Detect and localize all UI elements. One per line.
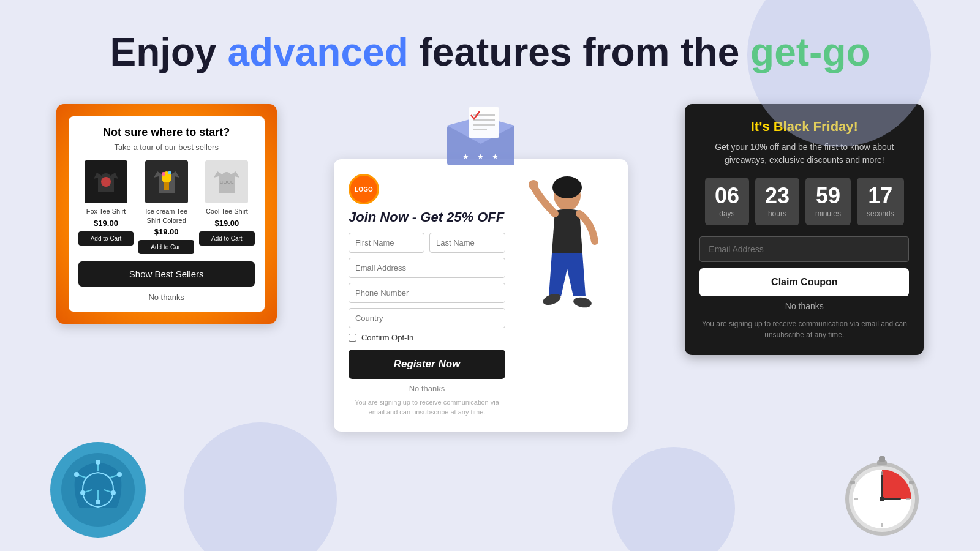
last-name-input[interactable] — [429, 233, 505, 253]
add-to-cart-btn-1[interactable]: Add to Cart — [78, 231, 134, 246]
product-price-2: $19.00 — [138, 227, 194, 236]
product-name-1: Fox Tee Shirt — [78, 207, 134, 216]
reg-title: Join Now - Get 25% OFF — [349, 209, 505, 225]
first-name-input[interactable] — [349, 233, 424, 253]
bf-disclaimer: You are signing up to receive communicat… — [699, 318, 909, 340]
product-card-subtitle: Take a tour of our best sellers — [78, 143, 255, 152]
countdown-hours-num: 23 — [765, 185, 790, 207]
svg-text:★: ★ — [462, 152, 469, 161]
register-now-button[interactable]: Register Now — [349, 350, 505, 379]
countdown-days-label: days — [715, 209, 739, 218]
svg-point-20 — [552, 176, 582, 198]
svg-text:COOL: COOL — [220, 179, 234, 185]
jumping-lady-illustration — [515, 174, 613, 417]
svg-rect-47 — [909, 481, 914, 484]
bf-email-input[interactable] — [699, 236, 909, 262]
show-best-sellers-button[interactable]: Show Best Sellers — [78, 261, 255, 287]
stopwatch-icon — [833, 441, 931, 539]
product-item-2: Ice cream Tee Shirt Colored $19.00 Add t… — [138, 160, 194, 254]
countdown-days: 06 days — [705, 178, 749, 225]
reg-no-thanks-link[interactable]: No thanks — [349, 384, 505, 393]
product-price-1: $19.00 — [78, 219, 134, 228]
countdown-minutes-num: 59 — [815, 185, 841, 207]
reg-checkbox-row: Confirm Opt-In — [349, 333, 505, 342]
reg-disclaimer: You are signing up to receive communicat… — [349, 398, 505, 417]
country-input[interactable] — [349, 308, 505, 328]
reg-logo: LOGO — [349, 174, 505, 204]
product-item-1: Fox Tee Shirt $19.00 Add to Cart — [78, 160, 134, 254]
svg-point-34 — [117, 472, 122, 477]
tshirt-cool-img: COOL — [205, 160, 248, 203]
tshirt-icecream-img — [145, 160, 188, 203]
countdown-row: 06 days 23 hours 59 minutes 17 seconds — [699, 178, 909, 225]
email-input[interactable] — [349, 258, 505, 278]
phone-input[interactable] — [349, 283, 505, 303]
tshirt-fox-img — [85, 160, 127, 203]
product-name-3: Cool Tee Shirt — [199, 207, 255, 216]
countdown-seconds-label: seconds — [867, 209, 894, 218]
countdown-days-num: 06 — [715, 185, 739, 207]
bg-circle-bottom-right — [612, 447, 735, 551]
svg-rect-14 — [469, 107, 499, 138]
reg-form-section: LOGO Join Now - Get 25% OFF Confirm Opt-… — [349, 174, 505, 417]
reg-card-top: LOGO Join Now - Get 25% OFF Confirm Opt-… — [349, 174, 613, 417]
add-to-cart-btn-3[interactable]: Add to Cart — [199, 231, 255, 246]
claim-coupon-button[interactable]: Claim Coupon — [699, 268, 909, 296]
countdown-minutes-label: minutes — [815, 209, 841, 218]
svg-rect-46 — [850, 481, 855, 484]
reg-name-row — [349, 233, 505, 258]
svg-rect-45 — [879, 456, 885, 462]
svg-point-5 — [162, 172, 165, 176]
countdown-hours-label: hours — [765, 209, 790, 218]
countdown-hours: 23 hours — [755, 178, 799, 225]
svg-point-35 — [96, 500, 100, 504]
product-items-row: Fox Tee Shirt $19.00 Add to Cart — [78, 160, 255, 254]
product-card-title: Not sure where to start? — [78, 126, 255, 139]
product-card: Not sure where to start? Take a tour of … — [56, 104, 277, 324]
svg-point-32 — [96, 460, 100, 465]
add-to-cart-btn-2[interactable]: Add to Cart — [138, 240, 194, 254]
bf-subtitle: Get your 10% off and be the first to kno… — [699, 141, 909, 167]
svg-point-22 — [573, 296, 592, 309]
product-price-3: $19.00 — [199, 219, 255, 228]
product-card-inner: Not sure where to start? Take a tour of … — [69, 116, 265, 312]
svg-point-1 — [101, 177, 111, 187]
product-name-2: Ice cream Tee Shirt Colored — [138, 207, 194, 225]
product-item-3: COOL Cool Tee Shirt $19.00 Add to Cart — [199, 160, 255, 254]
confirm-opt-in-label: Confirm Opt-In — [361, 333, 413, 342]
countdown-seconds: 17 seconds — [857, 178, 904, 225]
logo-badge: LOGO — [349, 174, 379, 204]
svg-rect-4 — [164, 182, 169, 190]
bf-no-thanks-link[interactable]: No thanks — [699, 301, 909, 311]
confirm-opt-in-checkbox[interactable] — [349, 334, 356, 342]
product-no-thanks-link[interactable]: No thanks — [78, 293, 255, 302]
logo-label: LOGO — [355, 186, 372, 193]
bf-card: It's Black Friday! Get your 10% off and … — [685, 104, 924, 355]
header-blue-word: advanced — [227, 30, 408, 74]
header-middle: features from the — [409, 30, 750, 74]
svg-point-43 — [880, 497, 884, 501]
header-prefix: Enjoy — [110, 30, 227, 74]
countdown-minutes: 59 minutes — [805, 178, 851, 225]
svg-point-23 — [529, 180, 538, 190]
countdown-seconds-num: 17 — [867, 185, 894, 207]
svg-text:★: ★ — [477, 152, 484, 161]
envelope-icon: ★ ★ ★ — [444, 104, 518, 165]
svg-point-33 — [74, 472, 79, 477]
brain-icon — [49, 441, 147, 539]
middle-section: ★ ★ ★ LOGO — [334, 104, 628, 432]
reg-card: LOGO Join Now - Get 25% OFF Confirm Opt-… — [334, 159, 628, 432]
svg-text:★: ★ — [492, 152, 499, 161]
svg-point-6 — [168, 171, 171, 174]
